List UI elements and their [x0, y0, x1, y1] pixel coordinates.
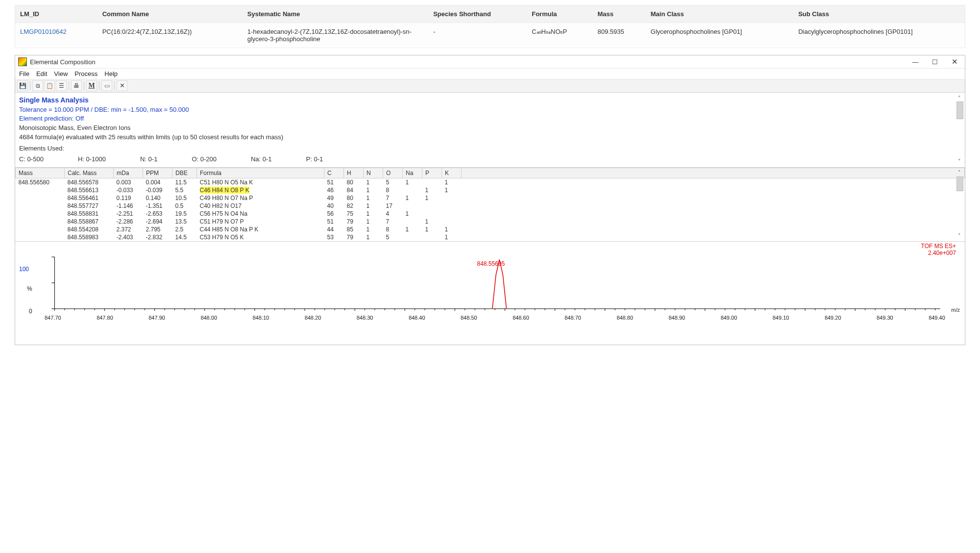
gh-p[interactable]: P: [422, 168, 442, 178]
mass-icon[interactable]: M: [86, 80, 97, 91]
elem-n: N: 0-1: [140, 155, 157, 164]
eval-line: 4684 formula(e) evaluated with 25 result…: [19, 133, 961, 142]
gh-mass[interactable]: Mass: [16, 168, 65, 178]
result-row[interactable]: 848.558831-2.251-2.65319.5C56 H75 N O4 N…: [16, 210, 965, 218]
elem-na: Na: 0-1: [251, 155, 272, 164]
y-percent-label: %: [27, 285, 32, 292]
gh-c[interactable]: C: [324, 168, 344, 178]
scroll-thumb[interactable]: [956, 101, 963, 119]
lipid-info-table: LM_ID Common Name Systematic Name Specie…: [15, 5, 965, 48]
col-systematic-name: Systematic Name: [243, 5, 429, 23]
clear-icon[interactable]: ✕: [117, 80, 127, 91]
col-formula: Formula: [527, 5, 592, 23]
grid-scroll-down-icon[interactable]: ˅: [956, 233, 963, 239]
spectrum-pane: TOF MS ES+ 2.40e+007 100 % 0 m/z 848.556…: [15, 242, 965, 345]
result-row[interactable]: 848.558867-2.286-2.69413.5C51 H79 N O7 P…: [16, 218, 965, 226]
results-grid-wrap: ˄ ˅ Mass Calc. Mass mDa PPM DBE Formula …: [15, 168, 965, 242]
gh-dbe[interactable]: DBE: [172, 168, 197, 178]
systematic-name-cell: 1-hexadecanoyl-2-(7Z,10Z,13Z,16Z-docosat…: [243, 23, 429, 48]
col-lmid: LM_ID: [15, 5, 98, 23]
species-shorthand-cell: -: [428, 23, 527, 48]
minimize-button[interactable]: —: [911, 57, 920, 66]
analysis-title: Single Mass Analysis: [19, 96, 961, 105]
gh-n[interactable]: N: [364, 168, 383, 178]
paste-icon[interactable]: 📋: [44, 80, 55, 91]
y-0-label: 0: [29, 308, 32, 315]
gh-na[interactable]: Na: [403, 168, 422, 178]
elem-p: P: 0-1: [306, 155, 323, 164]
peak-label: 848.55695: [477, 260, 505, 267]
result-row[interactable]: 848.557727-1.146-1.3510.5C40 H82 N O1740…: [16, 202, 965, 210]
menu-process[interactable]: Process: [74, 70, 98, 77]
col-species-shorthand: Species Shorthand: [428, 5, 527, 23]
elements-used-row: C: 0-500 H: 0-1000 N: 0-1 O: 0-200 Na: 0…: [19, 155, 961, 164]
menu-edit[interactable]: Edit: [36, 70, 47, 77]
formula-cell: C₄₆H₈₄NO₈P: [527, 23, 592, 48]
scroll-up-icon[interactable]: ˄: [956, 95, 963, 102]
common-name-cell: PC(16:0/22:4(7Z,10Z,13Z,16Z)): [98, 23, 243, 48]
elements-used-label: Elements Used:: [19, 144, 961, 153]
grid-scroll-up-icon[interactable]: ˄: [956, 170, 963, 176]
properties-icon[interactable]: ☰: [56, 80, 67, 91]
gh-k[interactable]: K: [442, 168, 462, 178]
mz-label: m/z: [951, 307, 960, 313]
result-row[interactable]: 848.5542082.3722.7952.5C44 H85 N O8 Na P…: [16, 226, 965, 233]
gh-o[interactable]: O: [383, 168, 403, 178]
window-icon[interactable]: ▭: [101, 80, 112, 91]
xaxis-ticks: 847.70847.80847.90 848.00848.10848.20 84…: [45, 315, 945, 321]
element-prediction-line: Element prediction: Off: [19, 114, 961, 123]
menu-file[interactable]: File: [19, 70, 29, 77]
gh-h[interactable]: H: [344, 168, 364, 178]
save-icon[interactable]: 💾: [17, 80, 28, 91]
result-row[interactable]: 848.558983-2.403-2.83214.5C53 H79 N O5 K…: [16, 233, 965, 241]
gh-calcmass[interactable]: Calc. Mass: [65, 168, 114, 178]
col-common-name: Common Name: [98, 5, 243, 23]
elem-c: C: 0-500: [19, 155, 44, 164]
result-row[interactable]: 848.556580848.5565780.0030.00411.5C51 H8…: [16, 178, 965, 187]
print-icon[interactable]: 🖶: [71, 80, 82, 91]
elemental-composition-window: Elemental Composition — ☐ ✕ File Edit Vi…: [15, 55, 965, 345]
col-sub-class: Sub Class: [793, 5, 965, 23]
window-title: Elemental Composition: [30, 58, 908, 66]
y-100-label: 100: [19, 266, 29, 273]
app-icon: [18, 57, 27, 66]
col-main-class: Main Class: [646, 5, 793, 23]
gh-formula[interactable]: Formula: [197, 168, 324, 178]
lmid-link[interactable]: LMGP01010642: [20, 28, 67, 35]
menubar: File Edit View Process Help: [15, 69, 965, 79]
toolbar: 💾 ⧉ 📋 ☰ 🖶 M ▭ ✕: [15, 79, 965, 93]
analysis-pane: ˄ ˅ Single Mass Analysis Tolerance = 10.…: [15, 93, 965, 168]
tof-label: TOF MS ES+ 2.40e+007: [921, 243, 956, 256]
col-mass: Mass: [592, 5, 645, 23]
copy-icon[interactable]: ⧉: [32, 80, 43, 91]
lipid-row: LMGP01010642 PC(16:0/22:4(7Z,10Z,13Z,16Z…: [15, 23, 965, 48]
elem-h: H: 0-1000: [78, 155, 106, 164]
elem-o: O: 0-200: [192, 155, 217, 164]
menu-help[interactable]: Help: [104, 70, 118, 77]
mono-line: Monoisotopic Mass, Even Electron Ions: [19, 124, 961, 132]
close-button[interactable]: ✕: [950, 57, 959, 66]
gh-mda[interactable]: mDa: [114, 168, 143, 178]
result-row[interactable]: 848.5564610.1190.14010.5C49 H80 N O7 Na …: [16, 194, 965, 202]
tolerance-line: Tolerance = 10.000 PPM / DBE: min = -1.5…: [19, 105, 961, 114]
scroll-down-icon[interactable]: ˅: [956, 158, 963, 165]
grid-scroll-thumb[interactable]: [956, 176, 963, 191]
main-class-cell: Glycerophosphocholines [GP01]: [646, 23, 793, 48]
maximize-button[interactable]: ☐: [931, 57, 939, 66]
result-row[interactable]: 848.556613-0.033-0.0395.5C46 H84 N O8 P …: [16, 186, 965, 194]
menu-view[interactable]: View: [54, 70, 68, 77]
mass-cell: 809.5935: [592, 23, 645, 48]
gh-ppm[interactable]: PPM: [143, 168, 172, 178]
results-grid: Mass Calc. Mass mDa PPM DBE Formula C H …: [15, 168, 965, 241]
sub-class-cell: Diacylglycerophosphocholines [GP0101]: [793, 23, 965, 48]
